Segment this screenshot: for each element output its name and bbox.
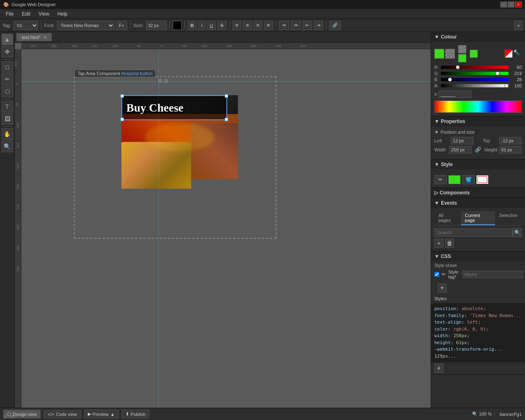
reset-color[interactable] xyxy=(504,50,513,58)
r-slider[interactable] xyxy=(441,66,509,69)
publish-button[interactable]: ⬆ Publish xyxy=(122,410,149,418)
polygon-tool[interactable]: ⬡ xyxy=(2,86,13,97)
tag-label: Tag: xyxy=(2,23,11,28)
preview-button[interactable]: ▶ Preview ▲ xyxy=(84,410,119,418)
top-input[interactable] xyxy=(499,137,522,144)
events-search-input[interactable] xyxy=(434,228,513,237)
bottom-panel: ⬡ Design view </> Code view ▶ Preview ▲ … xyxy=(0,408,525,420)
canvas-inner[interactable]: Tap Area Component #expand-button xyxy=(21,49,431,408)
left-top-row: Left Top xyxy=(434,137,522,144)
active-color[interactable] xyxy=(470,50,478,58)
menu-edit[interactable]: Edit xyxy=(18,10,34,18)
tab-current-page[interactable]: Current page xyxy=(461,211,495,225)
add-event-button[interactable]: + xyxy=(434,239,443,248)
style-color-swatch[interactable] xyxy=(448,175,461,184)
align-center-button[interactable]: ≡ xyxy=(243,21,252,30)
hex-input[interactable] xyxy=(438,91,471,98)
align-right-button[interactable]: ≡ xyxy=(253,21,262,30)
bold-button[interactable]: B xyxy=(188,21,197,30)
indent-decrease-button[interactable]: ⇤ xyxy=(303,21,312,30)
css-checkbox[interactable] xyxy=(434,272,439,277)
shape-tool[interactable]: ◻ xyxy=(2,61,13,73)
color-swatch[interactable] xyxy=(173,21,182,30)
fill-swatch[interactable] xyxy=(434,49,444,59)
events-section: ▼ Events All pages Current page Selectio… xyxy=(431,198,525,251)
style-fill-button[interactable]: 🪣 xyxy=(462,175,475,184)
stroke-swatch[interactable] xyxy=(445,49,455,59)
strikethrough-button[interactable]: S xyxy=(217,21,226,30)
text-tool[interactable]: T xyxy=(2,101,13,112)
pos-size-arrow: ▼ xyxy=(434,130,439,135)
toolbar-sep-6 xyxy=(276,21,276,30)
image-tool[interactable]: 🖼 xyxy=(2,113,13,125)
fill-swatch-2[interactable] xyxy=(458,54,466,62)
components-title: Components xyxy=(440,190,470,196)
search-icon[interactable]: 🔍 xyxy=(513,228,522,237)
minimize-button[interactable]: ─ xyxy=(500,2,507,7)
more-button[interactable]: » xyxy=(514,21,523,30)
css-bottom-add-button[interactable]: + xyxy=(434,364,443,373)
menu-file[interactable]: File xyxy=(2,10,18,18)
file-tab[interactable]: test.html* ✕ xyxy=(16,33,52,41)
r-value: 60 xyxy=(510,65,522,70)
tag-select[interactable]: h1 xyxy=(14,21,38,30)
list-unordered-button[interactable]: ≔ xyxy=(291,21,301,30)
tab-selection[interactable]: Selection xyxy=(495,211,522,225)
colour-gradient[interactable] xyxy=(434,100,522,113)
b-slider[interactable] xyxy=(441,78,509,81)
underline-button[interactable]: U xyxy=(207,21,216,30)
properties-header[interactable]: ▼ Properties xyxy=(431,116,525,126)
list-ordered-button[interactable]: ≔ xyxy=(279,21,289,30)
colour-controls: R 60 G 219 B 28 A xyxy=(434,65,522,88)
italic-button[interactable]: I xyxy=(198,21,205,30)
align-left-button[interactable]: ≡ xyxy=(233,21,242,30)
style-pencil-button[interactable]: ✏ xyxy=(434,175,447,184)
colour-header[interactable]: ▼ Colour xyxy=(431,32,525,42)
zoom-tool[interactable]: 🔍 xyxy=(2,141,13,152)
position-size-header[interactable]: ▼ Position and size xyxy=(434,130,522,135)
maximize-button[interactable]: □ xyxy=(508,2,514,7)
align-justify-button[interactable]: ≡ xyxy=(264,21,273,30)
tap-area-label: Tap Area Component #expand-button xyxy=(75,70,155,77)
draw-tool[interactable]: ✏ xyxy=(2,73,13,85)
link-button[interactable]: 🔗 xyxy=(329,21,341,30)
css-body: Style sheet ✏ Style tag* + Styles xyxy=(431,261,525,374)
events-header[interactable]: ▼ Events xyxy=(431,198,525,208)
delete-event-button[interactable]: 🗑 xyxy=(445,239,454,248)
tab-all-pages[interactable]: All pages xyxy=(434,211,461,225)
h1-text-element[interactable]: Buy Cheese xyxy=(121,95,227,120)
eyedropper-icon[interactable]: 🔦 xyxy=(514,50,522,58)
left-input[interactable] xyxy=(451,137,473,144)
tap-link[interactable]: #expand-button xyxy=(121,71,152,76)
css-media-input[interactable] xyxy=(462,271,523,278)
position-size-subsection: ▼ Position and size Left Top Width xyxy=(434,130,522,153)
publish-label: Publish xyxy=(131,412,146,417)
css-line-2: font-family: 'Times New Roman... xyxy=(434,313,522,320)
indent-increase-button[interactable]: ⇥ xyxy=(314,21,323,30)
css-section: ▼ CSS Style sheet ✏ Style tag* + xyxy=(431,251,525,375)
hand-tool[interactable]: ✋ xyxy=(2,128,13,140)
move-tool[interactable]: ✥ xyxy=(2,46,13,57)
menu-help[interactable]: Help xyxy=(53,10,72,18)
link-proportional-icon[interactable]: 🔗 xyxy=(475,147,481,153)
code-view-button[interactable]: </> Code view xyxy=(44,410,80,418)
size-input[interactable] xyxy=(146,21,167,30)
menu-view[interactable]: View xyxy=(34,10,53,18)
a-slider[interactable] xyxy=(441,84,509,87)
css-header[interactable]: ▼ CSS xyxy=(431,251,525,261)
height-input[interactable] xyxy=(499,146,522,153)
style-header[interactable]: ▼ Style xyxy=(431,160,525,169)
tab-close-icon[interactable]: ✕ xyxy=(43,35,46,40)
font-select[interactable]: Times New Roman xyxy=(57,21,114,30)
close-button[interactable]: ✕ xyxy=(515,2,522,7)
g-slider[interactable] xyxy=(441,72,509,75)
css-add-button[interactable]: + xyxy=(438,283,447,292)
select-tool[interactable]: ▲ xyxy=(2,34,13,45)
toolbar-sep-3 xyxy=(169,21,170,30)
no-fill-swatch[interactable] xyxy=(458,45,466,53)
components-header[interactable]: ▷ Components xyxy=(431,188,525,198)
page-name: bannerPg1 xyxy=(500,412,522,417)
style-border-swatch[interactable] xyxy=(476,175,488,184)
width-input[interactable] xyxy=(449,146,472,153)
font-plus-button[interactable]: F+ xyxy=(116,21,127,30)
